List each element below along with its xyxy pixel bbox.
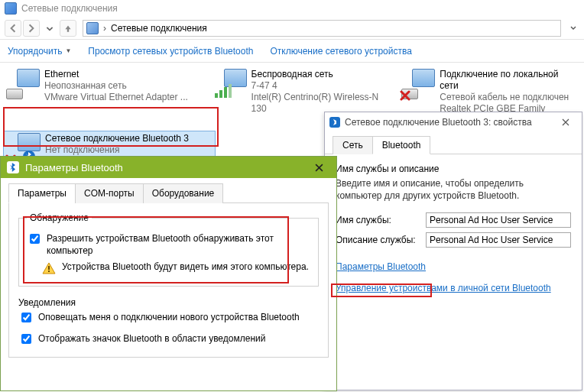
discovery-warning-text: Устройства Bluetooth будут видеть имя эт… xyxy=(62,261,309,275)
tab-com-ports[interactable]: COM-порты xyxy=(75,183,144,203)
tray-icon-checkbox[interactable]: Отображать значок Bluetooth в области ув… xyxy=(18,332,319,346)
discovery-legend: Обнаружение xyxy=(27,212,92,223)
service-desc-input[interactable] xyxy=(426,232,571,248)
notify-connect-input[interactable] xyxy=(21,313,31,322)
connection-item-ethernet[interactable]: Ethernet Неопознанная сеть VMware Virtua… xyxy=(3,67,206,128)
svg-rect-3 xyxy=(229,84,232,98)
bluetooth-icon xyxy=(329,117,340,128)
bluetooth-icon xyxy=(7,161,19,173)
allow-discovery-label: Разрешить устройствам Bluetooth обнаружи… xyxy=(47,232,310,257)
tab-bluetooth[interactable]: Bluetooth xyxy=(372,136,431,154)
properties-title-bar[interactable]: Сетевое подключение Bluetooth 3: свойств… xyxy=(325,112,582,132)
tab-network[interactable]: Сеть xyxy=(333,136,373,154)
app-icon xyxy=(5,2,17,15)
view-bluetooth-devices[interactable]: Просмотр сетевых устройств Bluetooth xyxy=(88,46,253,57)
svg-rect-6 xyxy=(48,271,50,272)
connection-status: Неопознанная сеть xyxy=(44,80,188,92)
forward-button[interactable] xyxy=(23,20,40,37)
organize-menu[interactable]: Упорядочить ▼ xyxy=(8,46,71,57)
connection-status: Нет подключения xyxy=(45,144,189,156)
section-heading: Имя службы и описание xyxy=(336,164,571,174)
bluetooth-settings-window: Параметры Bluetooth Параметры COM-порты … xyxy=(0,156,337,391)
chevron-down-icon: ▼ xyxy=(65,47,71,54)
connection-name: Ethernet xyxy=(44,69,188,80)
notify-connect-label: Оповещать меня о подключении нового устр… xyxy=(38,311,300,323)
chevron-right-icon: › xyxy=(103,23,106,34)
address-bar[interactable]: › Сетевые подключения xyxy=(83,20,561,37)
allow-discovery-checkbox[interactable]: Разрешить устройствам Bluetooth обнаружи… xyxy=(27,232,310,257)
organize-label: Упорядочить xyxy=(8,46,62,57)
connection-name: Беспроводная сеть xyxy=(251,69,391,80)
bt-settings-title-bar[interactable]: Параметры Bluetooth xyxy=(1,157,336,178)
svg-rect-2 xyxy=(224,87,227,98)
manage-pan-link[interactable]: Управление устройствами в личной сети Bl… xyxy=(336,283,571,293)
window-title: Сетевые подключения xyxy=(21,3,118,14)
properties-title: Сетевое подключение Bluetooth 3: свойств… xyxy=(345,117,532,128)
tray-icon-label: Отображать значок Bluetooth в области ув… xyxy=(38,332,265,345)
bt-settings-tabs: Параметры COM-порты Оборудование xyxy=(8,183,329,203)
tab-hardware[interactable]: Оборудование xyxy=(143,183,224,203)
connection-status: 7-47 4 xyxy=(251,80,391,92)
bt-settings-title: Параметры Bluetooth xyxy=(25,162,123,173)
service-desc-label: Описание службы: xyxy=(336,235,420,245)
tab-parameters[interactable]: Параметры xyxy=(8,183,76,203)
wifi-icon xyxy=(213,69,247,99)
close-button[interactable] xyxy=(554,115,577,130)
back-button[interactable] xyxy=(5,20,21,37)
disable-device[interactable]: Отключение сетевого устройства xyxy=(270,46,411,57)
properties-window: Сетевое подключение Bluetooth 3: свойств… xyxy=(324,112,582,390)
nav-bar: › Сетевые подключения xyxy=(0,17,584,40)
window-title-bar: Сетевые подключения xyxy=(0,0,584,17)
up-button[interactable] xyxy=(60,20,76,37)
address-dropdown[interactable] xyxy=(567,23,579,34)
service-name-label: Имя службы: xyxy=(336,215,420,225)
notifications-group: Уведомления Оповещать меня о подключении… xyxy=(18,297,319,349)
discovery-group: Обнаружение Разрешить устройствам Blueto… xyxy=(18,212,319,287)
connection-name: Сетевое подключение Bluetooth 3 xyxy=(45,133,189,144)
notify-connect-checkbox[interactable]: Оповещать меня о подключении нового устр… xyxy=(18,311,319,325)
notifications-legend: Уведомления xyxy=(18,297,319,308)
svg-rect-0 xyxy=(215,93,218,98)
recent-dropdown[interactable] xyxy=(41,20,58,37)
tray-icon-input[interactable] xyxy=(21,334,31,344)
properties-tabs: Сеть Bluetooth xyxy=(325,132,582,154)
warning-icon xyxy=(42,261,56,275)
allow-discovery-input[interactable] xyxy=(30,234,40,244)
location-icon xyxy=(86,22,99,34)
breadcrumb[interactable]: Сетевые подключения xyxy=(111,23,207,34)
svg-rect-1 xyxy=(219,90,222,98)
command-bar: Упорядочить ▼ Просмотр сетевых устройств… xyxy=(0,40,584,63)
svg-rect-5 xyxy=(48,266,50,270)
connection-device: VMware Virtual Ethernet Adapter ... xyxy=(44,92,188,103)
close-button[interactable] xyxy=(307,160,330,175)
section-description: Введите имя и описание, чтобы определить… xyxy=(336,177,571,202)
connection-name: Подключение по локальной сети xyxy=(440,69,578,92)
bluetooth-settings-link[interactable]: Параметры Bluetooth xyxy=(336,261,571,272)
adapter-icon xyxy=(6,69,40,99)
service-name-input[interactable] xyxy=(426,212,571,228)
adapter-icon xyxy=(401,69,435,99)
connection-status: Сетевой кабель не подключен xyxy=(440,92,578,103)
error-x-icon xyxy=(400,90,410,101)
